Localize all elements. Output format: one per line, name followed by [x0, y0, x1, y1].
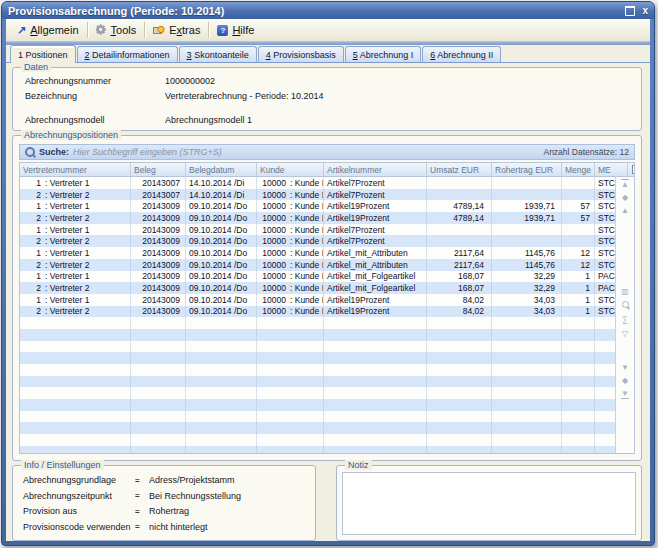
cell-beleg [131, 399, 186, 411]
table-row[interactable]: 1: Vertreter 1 20143007 14.10.2014 /Di 1… [20, 177, 616, 189]
col-umsatz[interactable]: Umsatz EUR [427, 163, 492, 176]
tab-abrechnung-1[interactable]: 5 Abrechnung I [345, 46, 422, 62]
col-belegdatum[interactable]: Belegdatum [186, 163, 257, 176]
col-vertreternummer[interactable]: Vertreternummer [20, 163, 131, 176]
filter-icon[interactable]: ▽ [616, 329, 634, 339]
cell-belegdatum [186, 364, 257, 376]
cell-kunde [257, 341, 324, 353]
window-title: Provisionsabrechnung (Periode: 10.2014) [8, 5, 625, 17]
cell-artikelnummer: Artikel7Prozent [324, 177, 427, 189]
cell-vertreternummer [20, 411, 131, 423]
cell-beleg: 20143009 [131, 259, 186, 271]
cell-umsatz [427, 224, 492, 236]
col-artikelnummer[interactable]: Artikelnummer [324, 163, 427, 176]
sum-icon[interactable]: ∑ [616, 315, 634, 325]
tab-positionen[interactable]: 1 Positionen [10, 45, 76, 63]
table-row[interactable]: 2: Vertreter 2 20143009 09.10.2014 /Do 1… [20, 212, 616, 224]
cell-menge [562, 446, 595, 453]
table-row-empty [20, 387, 616, 399]
info-row-provision-aus: Provision aus = Rohertrag [23, 506, 315, 516]
toolbar: ↗ Allgemein Tools Extras ? Hilfe [6, 19, 650, 42]
cell-beleg [131, 364, 186, 376]
cell-umsatz [427, 235, 492, 247]
col-kunde[interactable]: Kunde [257, 163, 324, 176]
row-up-icon[interactable]: ▲ [616, 206, 634, 216]
notiz-textarea[interactable] [342, 472, 636, 535]
columns-view-icon[interactable]: ▥ [616, 287, 634, 297]
cell-beleg [131, 341, 186, 353]
table-row[interactable]: 2: Vertreter 2 20143009 09.10.2014 /Do 1… [20, 306, 616, 318]
cell-artikelnummer: Artikel19Prozent [324, 306, 427, 318]
notiz-legend: Notiz [345, 460, 372, 470]
col-menge[interactable]: Menge [562, 163, 595, 176]
cell-belegdatum [186, 352, 257, 364]
cell-beleg [131, 317, 186, 329]
table-row[interactable]: 2: Vertreter 2 20143009 09.10.2014 /Do 1… [20, 259, 616, 271]
table-row[interactable]: 1: Vertreter 1 20143009 09.10.2014 /Do 1… [20, 271, 616, 283]
col-beleg[interactable]: Beleg [131, 163, 186, 176]
field-value: Abrechnungsmodell 1 [165, 115, 252, 125]
nav-up-icon[interactable]: ◆ [616, 193, 634, 203]
cell-artikelnummer [324, 446, 427, 453]
restore-icon[interactable] [625, 6, 635, 16]
row-down-icon[interactable]: ▼ [616, 363, 634, 373]
cell-vertreternummer: 2: Vertreter 2 [20, 282, 131, 294]
tab-provisionsbasis[interactable]: 4 Provisionsbasis [258, 46, 344, 62]
cell-belegdatum: 14.10.2014 /Di [186, 177, 257, 189]
cell-umsatz [427, 446, 492, 453]
table-row[interactable]: 2: Vertreter 2 20143009 09.10.2014 /Do 1… [20, 282, 616, 294]
tab-strip: 1 Positionen 2 Detailinformationen 3 Sko… [6, 45, 650, 63]
scroll-top-icon[interactable]: ▲ [616, 180, 634, 190]
menu-tools-button[interactable]: Tools [89, 19, 144, 41]
table-row-empty [20, 399, 616, 411]
cell-artikelnummer: Artikel19Prozent [324, 212, 427, 224]
cell-vertreternummer [20, 376, 131, 388]
cell-belegdatum: 09.10.2014 /Do [186, 212, 257, 224]
cell-kunde: 10000: Kunde Inland / Inlandsort [257, 177, 324, 189]
cell-beleg: 20143009 [131, 271, 186, 283]
table-row[interactable]: 1: Vertreter 1 20143009 09.10.2014 /Do 1… [20, 247, 616, 259]
cell-umsatz [427, 177, 492, 189]
menu-extras-button[interactable]: Extras [146, 19, 207, 41]
col-rohertrag[interactable]: Rohertrag EUR [492, 163, 562, 176]
scroll-bottom-icon[interactable]: ▼ [616, 389, 634, 399]
cell-menge: 1 [562, 306, 595, 318]
cell-artikelnummer: Artikel19Prozent [324, 200, 427, 212]
titlebar[interactable]: Provisionsabrechnung (Periode: 10.2014) … [2, 2, 654, 19]
table-row[interactable]: 2: Vertreter 2 20143007 14.10.2014 /Di 1… [20, 189, 616, 201]
tab-detailinformationen[interactable]: 2 Detailinformationen [77, 46, 178, 62]
table-row[interactable]: 1: Vertreter 1 20143009 09.10.2014 /Do 1… [20, 200, 616, 212]
cell-rohertrag [492, 446, 562, 453]
nav-down-icon[interactable]: ◆ [616, 376, 634, 386]
table-row-empty [20, 446, 616, 453]
window-body: ↗ Allgemein Tools Extras ? Hilfe 1 Posit… [6, 19, 650, 541]
field-value: 1000000002 [165, 76, 215, 86]
cell-vertreternummer [20, 317, 131, 329]
equals-bullet-icon: = [135, 491, 149, 500]
cell-artikelnummer: Artikel_mit_Folgeartikel [324, 271, 427, 283]
table-row[interactable]: 1: Vertreter 1 20143009 09.10.2014 /Do 1… [20, 224, 616, 236]
menu-hilfe-button[interactable]: ? Hilfe [210, 19, 261, 41]
help-icon: ? [217, 25, 228, 36]
menu-allgemein-button[interactable]: ↗ Allgemein [10, 19, 86, 41]
tab-skontoanteile[interactable]: 3 Skontoanteile [179, 46, 257, 62]
cell-belegdatum: 14.10.2014 /Di [186, 189, 257, 201]
gear-icon [96, 24, 107, 37]
column-chooser-icon[interactable] [628, 163, 635, 176]
col-me[interactable]: ME [595, 163, 628, 176]
field-abrechnungsnummer: Abrechnungsnummer 1000000002 [25, 76, 641, 86]
cell-artikelnummer [324, 376, 427, 388]
search-input[interactable] [73, 147, 539, 157]
cell-umsatz [427, 341, 492, 353]
info-groupbox: Info / Einstellungen Abrechnungsgrundlag… [12, 465, 316, 541]
cell-vertreternummer: 1: Vertreter 1 [20, 271, 131, 283]
field-label: Bezeichnung [25, 91, 165, 101]
close-icon[interactable]: x [642, 6, 648, 16]
table-row[interactable]: 1: Vertreter 1 20143009 09.10.2014 /Do 1… [20, 294, 616, 306]
cell-artikelnummer [324, 411, 427, 423]
cell-belegdatum: 09.10.2014 /Do [186, 200, 257, 212]
zoom-icon[interactable] [616, 301, 634, 311]
tab-abrechnung-2[interactable]: 6 Abrechnung II [422, 46, 501, 62]
table-row-empty [20, 317, 616, 329]
table-row[interactable]: 2: Vertreter 2 20143009 09.10.2014 /Do 1… [20, 235, 616, 247]
